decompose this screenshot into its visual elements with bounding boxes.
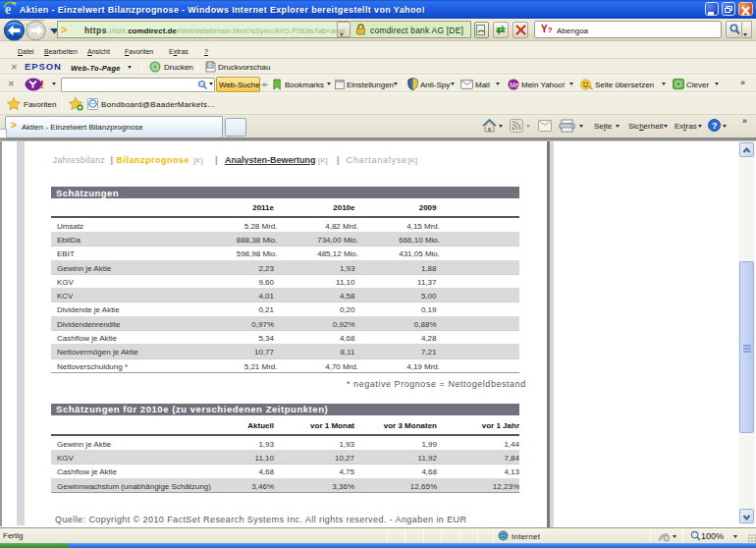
svg-text:!: ! [40,79,44,90]
svg-text:?: ? [712,121,718,131]
svg-text:Me: Me [510,82,518,88]
